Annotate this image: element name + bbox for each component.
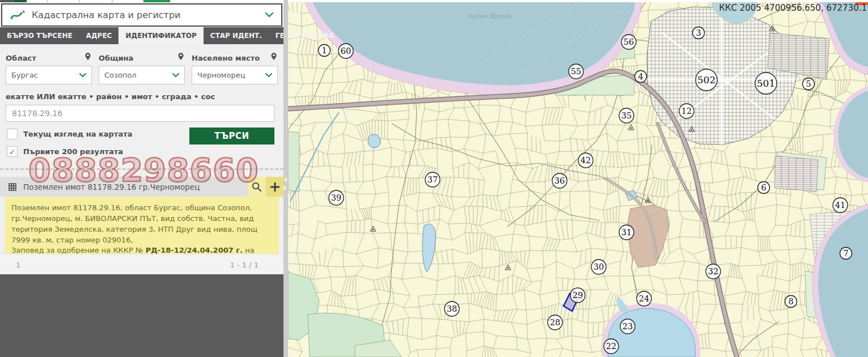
current-view-label: Текущ изглед на картата [23, 130, 133, 138]
sidebar-splitter[interactable] [283, 0, 288, 357]
field-2: ОбщинаСозопол [99, 49, 185, 84]
svg-text:8: 8 [788, 297, 793, 306]
zone-1: 1 [319, 45, 331, 57]
result-row-text: Поземлен имот 81178.29.16 гр.Черноморец [23, 182, 248, 192]
svg-text:22: 22 [606, 342, 616, 351]
zone-30: 30 [591, 260, 606, 274]
map-pin-icon [84, 52, 92, 62]
field-label: Населено място [192, 54, 260, 62]
svg-text:30: 30 [594, 262, 604, 271]
tab-2[interactable]: АДРЕС [79, 27, 119, 44]
current-view-checkbox[interactable] [7, 129, 18, 139]
map-pin-icon [177, 52, 185, 62]
svg-text:1: 1 [321, 46, 327, 55]
zone-31: 31 [619, 225, 634, 240]
zone-29: 29 [570, 288, 585, 303]
module-header[interactable]: Кадастрална карта и регистри [1, 3, 282, 27]
search-sidebar: Кадастрална карта и регистри БЪРЗО ТЪРСЕ… [0, 2, 283, 357]
first-200-label: Първите 200 резултата [23, 147, 123, 156]
result-range: 1 - 1 / 1 [230, 261, 259, 269]
svg-text:7: 7 [843, 249, 848, 258]
svg-text:31: 31 [621, 228, 632, 237]
results-pagination: 1 1 - 1 / 1 [0, 254, 283, 275]
zone-32: 32 [706, 264, 721, 279]
add-result-button[interactable] [266, 177, 283, 197]
svg-text:6: 6 [761, 183, 766, 192]
collapse-left-icon[interactable] [283, 177, 287, 182]
field-select[interactable]: Бургас [6, 66, 92, 84]
tab-3[interactable]: ИДЕНТИФИКАТОР [118, 27, 203, 44]
svg-text:42: 42 [581, 156, 591, 165]
tab-4[interactable]: СТАР ИДЕНТ. [204, 27, 269, 44]
zone-3: 3 [693, 27, 705, 39]
zone-12: 12 [679, 104, 694, 118]
expand-right-icon[interactable] [283, 185, 287, 191]
field-select[interactable]: Созопол [99, 66, 185, 84]
zone-42: 42 [578, 153, 593, 168]
svg-text:38: 38 [447, 304, 457, 313]
zone-501: 501 [755, 73, 777, 94]
zoom-to-result-button[interactable] [248, 177, 266, 197]
svg-text:55: 55 [571, 67, 581, 76]
svg-text:5: 5 [806, 79, 811, 88]
zone-38: 38 [444, 301, 459, 316]
zone-6: 6 [758, 182, 770, 194]
location-fields: ОбластБургасОбщинаСозополНаселено мястоЧ… [0, 44, 283, 84]
field-1: ОбластБургас [6, 49, 92, 84]
parcel-grid-icon [7, 182, 18, 192]
tab-5[interactable]: ГЕОД. ОСНОВА [269, 27, 341, 44]
svg-text:28: 28 [550, 318, 560, 327]
zone-23: 23 [620, 319, 635, 334]
identifier-input[interactable] [6, 105, 274, 122]
zone-37: 37 [425, 172, 440, 187]
svg-text:12: 12 [681, 107, 692, 116]
search-button[interactable]: ТЪРСИ [189, 128, 274, 144]
zone-28: 28 [548, 315, 562, 330]
map-canvas[interactable]: 1605556345025015123542373639641313032724… [288, 0, 868, 357]
svg-text:4: 4 [638, 72, 643, 81]
svg-text:56: 56 [624, 37, 634, 46]
svg-text:24: 24 [639, 294, 649, 303]
identifier-form: ОбластБургасОбщинаСозополНаселено мястоЧ… [0, 44, 283, 190]
field-label: Община [99, 54, 133, 62]
zone-35: 35 [619, 108, 634, 123]
zone-56: 56 [621, 35, 636, 49]
bay-name-label: залив Вромос [468, 12, 514, 20]
svg-text:32: 32 [708, 267, 718, 276]
svg-text:39: 39 [331, 193, 341, 202]
svg-text:41: 41 [835, 201, 845, 210]
zone-4: 4 [635, 71, 647, 83]
svg-text:23: 23 [623, 322, 633, 331]
tab-1[interactable]: БЪРЗО ТЪРСЕНЕ [0, 27, 79, 44]
svg-text:502: 502 [697, 74, 715, 86]
ekatte-hint-label: екатте ИЛИ екатте • район • имот • сград… [0, 84, 283, 101]
field-label: Област [6, 54, 36, 62]
magnifier-icon [251, 181, 262, 193]
sidebar-empty-area [0, 274, 283, 357]
svg-text:37: 37 [427, 175, 438, 184]
zone-22: 22 [604, 339, 619, 354]
field-3: Населено мястоЧерноморец [192, 49, 278, 84]
zone-60: 60 [338, 44, 353, 58]
field-select[interactable]: Черноморец [192, 66, 278, 84]
zone-5: 5 [803, 78, 815, 90]
svg-text:36: 36 [554, 176, 565, 185]
map-coordinates-readout: ККС 2005 4700956.650, 672730.1 [719, 3, 867, 13]
svg-text:60: 60 [341, 46, 351, 56]
cadastral-map[interactable]: 1605556345025015123542373639641313032724… [288, 0, 868, 357]
zone-502: 502 [696, 69, 717, 91]
chevron-down-icon[interactable] [265, 12, 273, 18]
zone-36: 36 [552, 173, 567, 188]
search-result-row[interactable]: Поземлен имот 81178.29.16 гр.Черноморец [0, 177, 283, 197]
page-number[interactable]: 1 [16, 261, 20, 269]
svg-text:35: 35 [621, 111, 632, 120]
zone-24: 24 [637, 291, 651, 306]
first-200-checkbox[interactable]: ✓ [7, 146, 18, 157]
map-pin-icon [270, 52, 278, 62]
module-title: Кадастрална карта и регистри [32, 10, 265, 20]
kais-app: Кадастрална карта и регистри БЪРЗО ТЪРСЕ… [0, 0, 868, 357]
zone-55: 55 [569, 64, 583, 79]
kais-logo-icon [10, 9, 25, 22]
search-tabs: БЪРЗО ТЪРСЕНЕАДРЕСИДЕНТИФИКАТОРСТАР ИДЕН… [0, 27, 283, 44]
zone-7: 7 [840, 248, 852, 260]
